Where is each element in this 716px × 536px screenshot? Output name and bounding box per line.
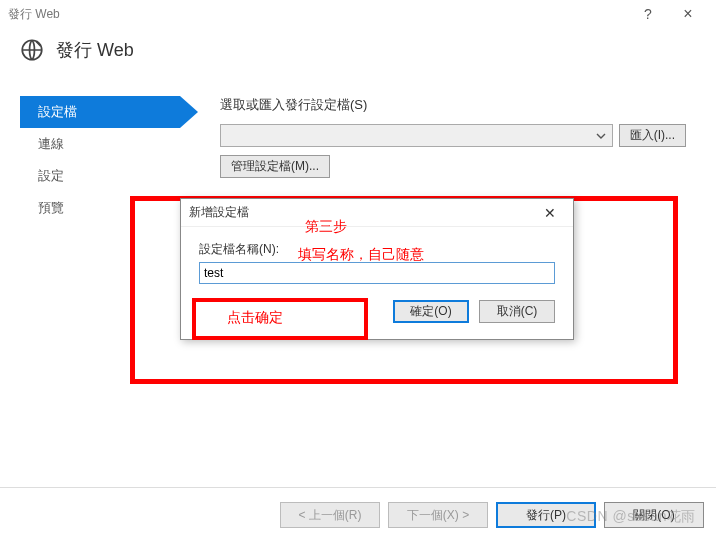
- publish-button[interactable]: 發行(P): [496, 502, 596, 528]
- window-titlebar: 發行 Web ? ×: [0, 0, 716, 28]
- button-label: 確定(O): [410, 303, 451, 320]
- wizard-sidebar: 設定檔 連線 設定 預覽: [20, 82, 180, 224]
- new-profile-dialog: 新增設定檔 ✕ 設定檔名稱(N): 確定(O) 取消(C): [180, 198, 574, 340]
- sidebar-item-label: 連線: [38, 136, 64, 151]
- profile-name-label: 設定檔名稱(N):: [199, 241, 555, 258]
- cancel-button[interactable]: 取消(C): [479, 300, 555, 323]
- globe-icon: [18, 36, 46, 64]
- page-title: 發行 Web: [56, 38, 134, 62]
- ok-button[interactable]: 確定(O): [393, 300, 469, 323]
- dialog-close-icon[interactable]: ✕: [535, 201, 565, 225]
- button-label: 匯入(I)...: [630, 127, 675, 144]
- select-profile-label: 選取或匯入發行設定檔(S): [220, 96, 367, 114]
- prev-button[interactable]: < 上一個(R): [280, 502, 380, 528]
- sidebar-item-label: 預覽: [38, 200, 64, 215]
- button-label: 關閉(O): [633, 507, 674, 524]
- button-label: 發行(P): [526, 507, 566, 524]
- page-header: 發行 Web: [0, 28, 716, 82]
- sidebar-item-label: 設定: [38, 168, 64, 183]
- import-button[interactable]: 匯入(I)...: [619, 124, 686, 147]
- button-label: 管理設定檔(M)...: [231, 158, 319, 175]
- button-label: < 上一個(R): [299, 507, 362, 524]
- help-icon[interactable]: ?: [628, 6, 668, 22]
- button-label: 取消(C): [497, 303, 538, 320]
- sidebar-item-profile[interactable]: 設定檔: [20, 96, 180, 128]
- footer-divider: [0, 487, 716, 488]
- sidebar-item-preview[interactable]: 預覽: [20, 192, 180, 224]
- wizard-footer: < 上一個(R) 下一個(X) > 發行(P) 關閉(O): [280, 502, 704, 528]
- profile-combobox[interactable]: [220, 124, 613, 147]
- sidebar-item-connection[interactable]: 連線: [20, 128, 180, 160]
- button-label: 下一個(X) >: [407, 507, 469, 524]
- manage-profiles-button[interactable]: 管理設定檔(M)...: [220, 155, 330, 178]
- chevron-down-icon: [593, 127, 609, 144]
- profile-name-input[interactable]: [199, 262, 555, 284]
- sidebar-item-settings[interactable]: 設定: [20, 160, 180, 192]
- next-button[interactable]: 下一個(X) >: [388, 502, 488, 528]
- window-title: 發行 Web: [8, 6, 60, 23]
- window-close-icon[interactable]: ×: [668, 5, 708, 23]
- close-button[interactable]: 關閉(O): [604, 502, 704, 528]
- dialog-title: 新增設定檔: [189, 204, 249, 221]
- dialog-titlebar: 新增設定檔 ✕: [181, 199, 573, 227]
- sidebar-item-label: 設定檔: [38, 104, 77, 119]
